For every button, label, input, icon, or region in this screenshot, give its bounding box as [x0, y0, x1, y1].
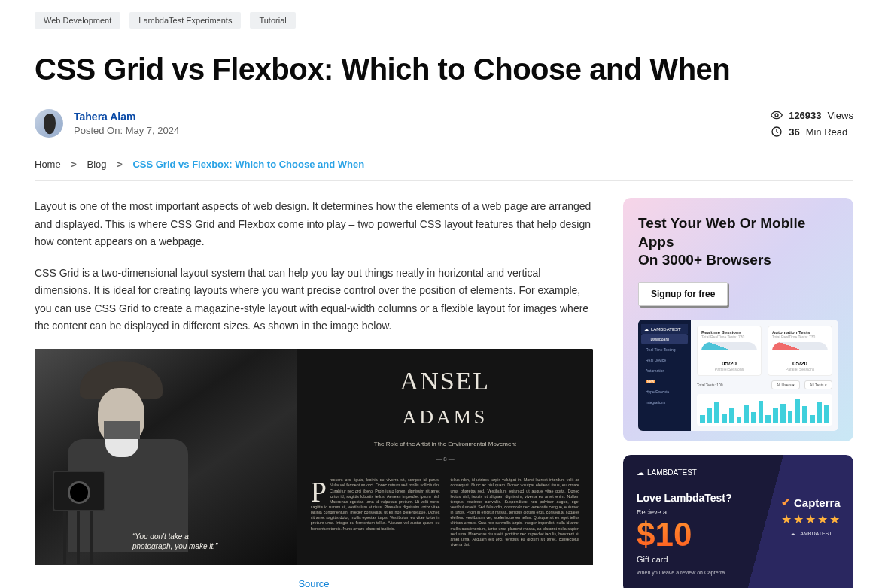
page-title: CSS Grid vs Flexbox: Which to Choose and…: [35, 53, 853, 86]
paragraph: CSS Grid is a two-dimensional layout sys…: [35, 265, 593, 335]
promo-footnote: When you leave a review on Capterra: [637, 570, 840, 575]
meta-row: Tahera Alam Posted On: May 7, 2024 12693…: [35, 109, 853, 138]
magazine-title-line2: ADAMS: [311, 401, 579, 434]
svg-point-0: [775, 114, 778, 117]
breadcrumb-blog[interactable]: Blog: [87, 159, 107, 170]
tag-item[interactable]: Web Development: [35, 12, 120, 29]
chevron-right-icon: >: [71, 159, 77, 170]
cloud-icon: ☁: [644, 326, 649, 332]
magazine-title-line1: ANSEL: [311, 359, 579, 402]
eye-icon: [771, 109, 783, 121]
stats-block: 126933 Views 36 Min Read: [771, 109, 853, 138]
tag-item[interactable]: LambdaTest Experiments: [129, 12, 241, 29]
cta-line-2: On 3000+ Browsers: [638, 252, 771, 268]
read-label: Min Read: [806, 126, 848, 138]
cta-card: Test Your Web Or Mobile Apps On 3000+ Br…: [623, 198, 853, 441]
clock-icon: [771, 126, 783, 138]
check-icon: ✔: [781, 496, 791, 509]
author-block: Tahera Alam Posted On: May 7, 2024: [35, 109, 179, 138]
posted-date: Posted On: May 7, 2024: [74, 125, 179, 136]
magazine-quote: “You don't take a photograph, you make i…: [132, 532, 227, 552]
sidebar: Test Your Web Or Mobile Apps On 3000+ Br…: [623, 198, 853, 588]
views-label: Views: [828, 110, 853, 121]
read-value: 36: [789, 126, 799, 138]
magazine-example-image: “You don't take a photograph, you make i…: [35, 349, 593, 565]
promo-gift-label: Gift card: [637, 555, 840, 564]
article-body: Layout is one of the most important aspe…: [35, 198, 593, 588]
breadcrumb-home[interactable]: Home: [35, 159, 61, 170]
source-link[interactable]: Source: [35, 576, 593, 588]
author-name[interactable]: Tahera Alam: [74, 111, 179, 123]
dashboard-preview: ☁LAMBDATEST ⬚ Dashboard Real Time Testin…: [638, 320, 838, 431]
magazine-subtitle: The Role of the Artist in the Environmen…: [311, 439, 579, 449]
cta-line-1: Test Your Web Or Mobile Apps: [638, 215, 805, 250]
star-rating-icon: ★★★★★: [781, 512, 841, 526]
views-value: 126933: [789, 110, 821, 121]
cloud-icon: ☁: [637, 468, 644, 477]
chevron-right-icon: >: [117, 159, 123, 170]
promo-card[interactable]: ☁LAMBDATEST Love LambdaTest? Recieve a $…: [623, 455, 853, 588]
tag-item[interactable]: Tutorial: [250, 12, 295, 29]
breadcrumb: Home > Blog > CSS Grid vs Flexbox: Which…: [35, 159, 853, 181]
author-avatar[interactable]: [35, 109, 63, 138]
signup-button[interactable]: Signup for free: [638, 282, 728, 306]
breadcrumb-current: CSS Grid vs Flexbox: Which to Choose and…: [132, 159, 364, 170]
tag-row: Web Development LambdaTest Experiments T…: [35, 12, 853, 29]
paragraph: Layout is one of the most important aspe…: [35, 198, 593, 251]
